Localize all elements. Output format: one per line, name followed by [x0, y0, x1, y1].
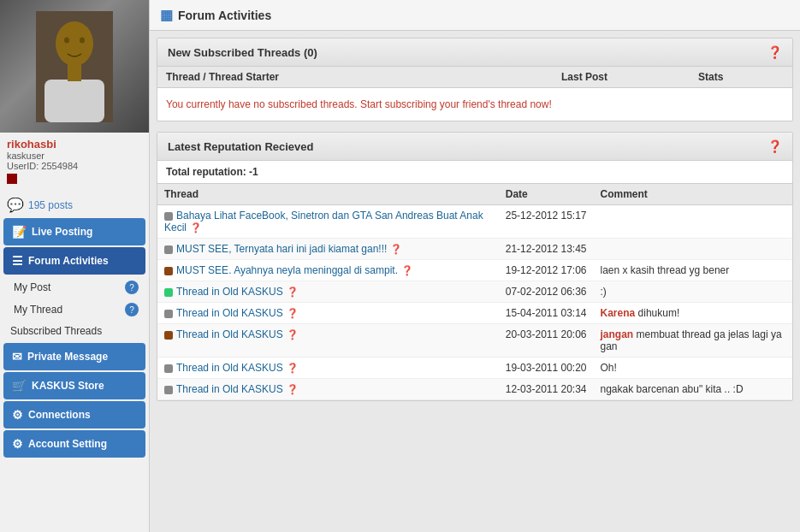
reputation-header: Latest Reputation Recieved ❓ [157, 133, 792, 161]
my-post-badge: ? [125, 281, 139, 294]
live-posting-label: Live Posting [32, 226, 92, 238]
reputation-title: Latest Reputation Recieved [168, 140, 314, 153]
rep-comment-cell: Karena dihukum! [594, 303, 792, 324]
user-info: rikohasbi kaskuser UserID: 2554984 [0, 133, 149, 192]
account-setting-button[interactable]: ⚙ Account Setting [3, 430, 145, 458]
rep-comment-cell: Oh! [594, 358, 792, 379]
svg-rect-3 [68, 64, 81, 81]
live-posting-button[interactable]: 📝 Live Posting [3, 218, 145, 245]
no-subscribed-text: You currently have no subscribed threads… [166, 98, 552, 110]
live-posting-icon: 📝 [12, 225, 27, 239]
subscribed-threads-table-header: Thread / Thread Starter Last Post Stats [157, 67, 792, 88]
thread-link[interactable]: Thread in Old KASKUS [176, 286, 283, 298]
rep-thread-cell: Thread in Old KASKUS❓ [157, 358, 499, 379]
thread-link[interactable]: Thread in Old KASKUS [176, 307, 283, 319]
rep-thread-cell: Bahaya Lihat FaceBook, Sinetron dan GTA … [157, 205, 499, 239]
table-row: Thread in Old KASKUS❓15-04-2011 03:14Kar… [157, 303, 792, 324]
thread-help-icon: ❓ [287, 363, 299, 373]
kaskus-store-button[interactable]: 🛒 KASKUS Store [3, 372, 145, 399]
thread-link[interactable]: MUST SEE, Ternyata hari ini jadi kiamat … [176, 243, 387, 255]
thread-link[interactable]: Thread in Old KASKUS [176, 328, 283, 340]
my-post-label: My Post [14, 281, 50, 293]
table-row: Thread in Old KASKUS❓20-03-2011 20:06jan… [157, 324, 792, 358]
rep-dot [164, 288, 173, 297]
page-header: ▦ Forum Activities [150, 0, 800, 31]
rep-thread-cell: Thread in Old KASKUS❓ [157, 281, 499, 303]
kaskus-store-icon: 🛒 [12, 379, 27, 393]
rep-total-label: Total reputation: -1 [166, 166, 258, 178]
col-last-post: Last Post [561, 71, 698, 83]
thread-link[interactable]: Thread in Old KASKUS [176, 383, 283, 395]
rep-col-comment: Comment [594, 184, 792, 205]
private-message-button[interactable]: ✉ Private Message [3, 343, 145, 370]
rep-col-date: Date [499, 184, 594, 205]
sidebar-item-my-thread[interactable]: My Thread ? [0, 299, 149, 321]
connections-icon: ⚙ [12, 408, 23, 422]
thread-help-icon: ❓ [390, 244, 402, 254]
thread-link[interactable]: MUST SEE. Ayahnya neyla meninggal di sam… [176, 264, 398, 276]
no-subscribed-message: You currently have no subscribed threads… [157, 88, 792, 121]
rep-date-cell: 19-03-2011 00:20 [499, 358, 594, 379]
avatar [0, 0, 149, 133]
page-header-icon: ▦ [160, 7, 173, 23]
table-row: Thread in Old KASKUS❓07-02-2012 06:36:) [157, 281, 792, 303]
rep-date-cell: 15-04-2011 03:14 [499, 303, 594, 324]
table-row: Thread in Old KASKUS❓12-03-2011 20:34nga… [157, 379, 792, 400]
rep-thread-cell: MUST SEE. Ayahnya neyla meninggal di sam… [157, 260, 499, 281]
sidebar-item-my-post[interactable]: My Post ? [0, 276, 149, 299]
col-stats: Stats [698, 71, 784, 83]
connections-button[interactable]: ⚙ Connections [3, 401, 145, 429]
thread-help-icon: ❓ [287, 384, 299, 394]
rep-comment-cell: :) [594, 281, 792, 303]
thread-link[interactable]: Bahaya Lihat FaceBook, Sinetron dan GTA … [164, 210, 483, 233]
posts-count[interactable]: 💬 195 posts [0, 193, 149, 216]
rep-thread-cell: Thread in Old KASKUS❓ [157, 379, 499, 400]
reputation-square [7, 174, 17, 184]
thread-help-icon: ❓ [287, 308, 299, 318]
reputation-table: Thread Date Comment Bahaya Lihat FaceBoo… [157, 183, 792, 400]
rep-col-thread: Thread [157, 184, 499, 205]
rep-date-cell: 19-12-2012 17:06 [499, 260, 594, 281]
page-title: Forum Activities [178, 9, 271, 22]
table-row: MUST SEE, Ternyata hari ini jadi kiamat … [157, 239, 792, 260]
svg-point-4 [64, 37, 69, 43]
help-icon-2[interactable]: ❓ [767, 139, 782, 153]
rep-comment-cell: laen x kasih thread yg bener [594, 260, 792, 281]
thread-help-icon: ❓ [401, 265, 413, 275]
col-thread-starter: Thread / Thread Starter [166, 71, 561, 83]
kaskus-store-label: KASKUS Store [32, 380, 104, 392]
my-thread-badge: ? [125, 303, 139, 316]
posts-count-label: 195 posts [28, 199, 73, 211]
table-row: MUST SEE. Ayahnya neyla meninggal di sam… [157, 260, 792, 281]
thread-help-icon: ❓ [287, 329, 299, 340]
rep-comment-cell: ngakak barcenan abu" kita .. :D [594, 379, 792, 400]
thread-help-icon: ❓ [190, 222, 202, 233]
username: rikohasbi [7, 138, 142, 151]
rep-date-cell: 20-03-2011 20:06 [499, 324, 594, 358]
thread-link[interactable]: Thread in Old KASKUS [176, 362, 283, 374]
rep-comment-cell [594, 205, 792, 239]
sidebar: rikohasbi kaskuser UserID: 2554984 💬 195… [0, 0, 150, 532]
private-message-label: Private Message [27, 351, 108, 363]
rep-dot [164, 386, 173, 394]
subscribed-threads-label: Subscribed Threads [10, 325, 102, 337]
thread-help-icon: ❓ [287, 287, 299, 297]
svg-point-1 [56, 21, 93, 66]
reputation-section: Latest Reputation Recieved ❓ Total reput… [157, 132, 793, 401]
main-content: ▦ Forum Activities New Subscribed Thread… [150, 0, 800, 532]
rep-date-cell: 21-12-2012 13:45 [499, 239, 594, 260]
rep-thread-cell: Thread in Old KASKUS❓ [157, 324, 499, 358]
rep-date-cell: 25-12-2012 15:17 [499, 205, 594, 239]
rep-dot [164, 267, 173, 275]
forum-activities-button[interactable]: ☰ Forum Activities [3, 247, 145, 275]
rep-comment-cell [594, 239, 792, 260]
sidebar-item-subscribed-threads[interactable]: Subscribed Threads [0, 321, 149, 341]
subscribed-threads-section: New Subscribed Threads (0) ❓ Thread / Th… [157, 38, 793, 121]
account-setting-label: Account Setting [28, 438, 107, 450]
table-row: Thread in Old KASKUS❓19-03-2011 00:20Oh! [157, 358, 792, 379]
rep-dot [164, 212, 173, 221]
account-setting-icon: ⚙ [12, 437, 23, 451]
svg-point-5 [80, 37, 85, 43]
subscribed-threads-header: New Subscribed Threads (0) ❓ [157, 38, 792, 67]
help-icon-1[interactable]: ❓ [767, 45, 782, 59]
